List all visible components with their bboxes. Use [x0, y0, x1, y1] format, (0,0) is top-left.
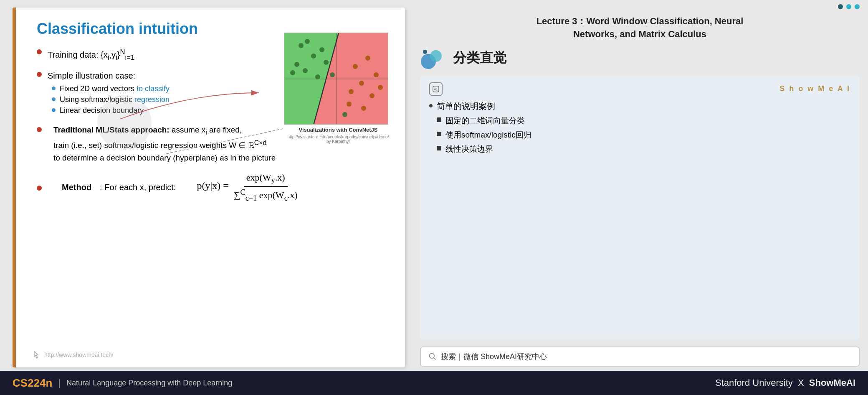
viz-chart — [284, 33, 388, 125]
sub-text-3: Linear decision boundary — [60, 106, 144, 115]
svg-point-15 — [303, 68, 308, 73]
bullet-dot — [37, 49, 42, 54]
cn-square-2 — [437, 132, 441, 136]
showmeai-brand: S h o w M e A I — [779, 84, 850, 93]
cn-sub-text-3: 线性决策边界 — [445, 144, 493, 155]
cn-square-3 — [437, 146, 441, 150]
search-icon — [428, 352, 437, 361]
svg-point-9 — [311, 54, 316, 59]
footer-x: X — [798, 377, 804, 388]
chinese-title: 分类直觉 — [453, 49, 506, 67]
search-text: 搜索｜微信 ShowMeAI研究中心 — [441, 352, 547, 362]
viz-url: http://cs.stanford.edu/people/karpathy/c… — [288, 135, 389, 139]
svg-point-12 — [319, 47, 324, 52]
main-content: Classification intuition — [0, 0, 868, 371]
svg-point-21 — [359, 81, 364, 86]
svg-point-32 — [430, 50, 442, 62]
cn-main-text: 简单的说明案例 固定的二维词向量分类 使用softmax/logistic回归 — [437, 101, 531, 158]
svg-line-37 — [434, 358, 436, 360]
svg-point-22 — [349, 89, 354, 94]
nav-dot-1[interactable] — [838, 4, 843, 9]
chart-svg — [284, 33, 388, 125]
cn-sub-text-2: 使用softmax/logistic回归 — [445, 130, 531, 140]
formula-section: Method : For each x, predict: p(y|x) = e… — [37, 172, 388, 203]
footer-course: CS224n — [13, 377, 52, 390]
formula-fraction: exp(Wy.x) ∑Cc=1 exp(Wc.x) — [231, 172, 300, 203]
nav-dots — [420, 0, 860, 9]
lecture-title-line2: Networks, and Matrix Calculus — [420, 28, 860, 41]
svg-point-19 — [365, 56, 370, 61]
svg-point-23 — [369, 93, 375, 98]
footer-description: Natural Language Processing with Deep Le… — [66, 379, 232, 387]
sub-item-1: Fixed 2D word vectors to classify — [52, 84, 170, 93]
svg-point-33 — [423, 50, 427, 54]
footer-brand: ShowMeAI — [809, 377, 855, 388]
nav-dot-2[interactable] — [846, 4, 851, 9]
sub-bullet-list: Fixed 2D word vectors to classify Using … — [48, 84, 170, 117]
svg-point-14 — [324, 60, 329, 65]
cn-dot — [429, 104, 433, 107]
svg-text:AI: AI — [434, 87, 438, 92]
formula-denominator: ∑Cc=1 exp(Wc.x) — [231, 187, 300, 203]
slide-panel: Classification intuition — [13, 8, 405, 367]
lecture-title-line1: Lecture 3：Word Window Classification, Ne… — [420, 15, 860, 28]
cn-sub-item-1: 固定的二维词向量分类 — [437, 115, 531, 126]
cn-sub-item-2: 使用softmax/logistic回归 — [437, 130, 531, 140]
viz-container: Visualizations with ConvNetJS http://cs.… — [284, 33, 392, 144]
formula-block: p(y|x) = exp(Wy.x) ∑Cc=1 exp(Wc.x) — [197, 172, 300, 203]
cn-bullet-list: 简单的说明案例 固定的二维词向量分类 使用softmax/logistic回归 — [429, 101, 850, 158]
ai-icon: AI — [432, 85, 440, 93]
cn-main-bullet: 简单的说明案例 固定的二维词向量分类 使用softmax/logistic回归 — [429, 101, 850, 158]
ai-box-header: AI S h o w M e A I — [429, 82, 850, 96]
sub-dot-2 — [52, 97, 56, 101]
search-box[interactable]: 搜索｜微信 ShowMeAI研究中心 — [420, 347, 860, 367]
ai-icon-badge: AI — [429, 82, 443, 96]
svg-point-10 — [294, 62, 299, 67]
cn-sub-list: 固定的二维词向量分类 使用softmax/logistic回归 线性决策边界 — [437, 115, 531, 155]
svg-point-8 — [299, 43, 304, 48]
bullet-dot-2 — [37, 72, 42, 77]
right-panel: Lecture 3：Word Window Classification, Ne… — [412, 0, 868, 371]
svg-point-27 — [342, 112, 347, 117]
wave-icon — [420, 47, 447, 70]
footer-university: Stanford University — [715, 377, 793, 388]
sub-item-2: Using softmax/logistic regression — [52, 95, 170, 104]
cn-sub-text-1: 固定的二维词向量分类 — [445, 115, 525, 126]
svg-point-13 — [290, 70, 295, 75]
svg-point-25 — [347, 102, 352, 107]
svg-point-20 — [374, 72, 379, 77]
watermark: http://www.showmeai.tech/ — [33, 351, 114, 359]
viz-link: http://cs.stanford.edu/people/karpathy/c… — [284, 135, 392, 144]
footer-right: Stanford University X ShowMeAI — [715, 377, 855, 388]
svg-point-18 — [353, 64, 358, 69]
sub-dot-3 — [52, 108, 56, 112]
viz-author: by Karpathy! — [326, 139, 350, 144]
method-text: : For each x, predict: — [100, 183, 176, 192]
ml-text: Traditional ML/Stats approach: assume xi… — [48, 124, 276, 165]
sub-item-3: Linear decision boundary — [52, 106, 170, 115]
svg-point-17 — [315, 74, 320, 79]
svg-point-16 — [330, 72, 335, 77]
ai-box: AI S h o w M e A I 简单的说明案例 固定的二维词向量分类 — [420, 76, 860, 340]
cn-sub-item-3: 线性决策边界 — [437, 144, 531, 155]
bullet-dot-method — [37, 186, 42, 191]
svg-point-24 — [361, 106, 366, 111]
training-text: Training data: {xi,yi}Ni=1 — [48, 47, 134, 63]
cursor-icon — [33, 351, 41, 359]
bullet-dot-ml — [37, 127, 42, 132]
watermark-url: http://www.showmeai.tech/ — [44, 352, 114, 358]
svg-point-26 — [378, 85, 383, 90]
cn-square-1 — [437, 117, 441, 122]
chinese-title-row: 分类直觉 — [420, 47, 860, 70]
sub-dot-1 — [52, 87, 56, 90]
footer-left: CS224n | Natural Language Processing wit… — [13, 377, 232, 390]
nav-dot-3[interactable] — [855, 4, 860, 9]
sub-text-1: Fixed 2D word vectors to classify — [60, 84, 170, 93]
cn-main-label: 简单的说明案例 — [437, 102, 495, 111]
formula-numerator: exp(Wy.x) — [244, 172, 288, 187]
illustration-text: Simple illustration case: — [48, 69, 135, 82]
svg-point-11 — [305, 39, 310, 44]
viz-caption: Visualizations with ConvNetJS — [284, 126, 392, 134]
lecture-header: Lecture 3：Word Window Classification, Ne… — [420, 10, 860, 44]
footer: CS224n | Natural Language Processing wit… — [0, 371, 868, 395]
